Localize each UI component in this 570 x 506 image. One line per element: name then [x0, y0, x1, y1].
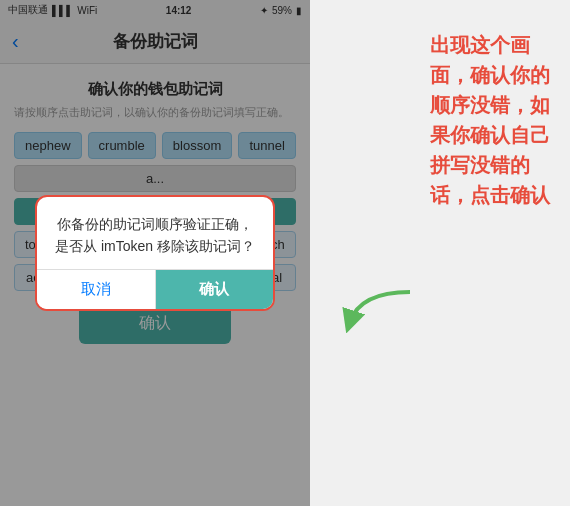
dialog-actions: 取消 确认: [37, 269, 273, 309]
annotation-panel: 出现这个画面，确认你的顺序没错，如果你确认自己拼写没错的话，点击确认: [310, 0, 570, 506]
dialog-body: 你备份的助记词顺序验证正确，是否从 imToken 移除该助记词？: [37, 197, 273, 270]
dialog-message: 你备份的助记词顺序验证正确，是否从 imToken 移除该助记词？: [53, 213, 257, 258]
dialog-confirm-button[interactable]: 确认: [156, 270, 274, 309]
arrow-icon: [340, 282, 420, 342]
phone-frame: 中国联通 ▌▌▌ WiFi 14:12 ✦ 59% ▮ ‹ 备份助记词 确认你的…: [0, 0, 310, 506]
dialog-cancel-button[interactable]: 取消: [37, 270, 156, 309]
annotation-text: 出现这个画面，确认你的顺序没错，如果你确认自己拼写没错的话，点击确认: [430, 30, 560, 210]
dialog-box: 你备份的助记词顺序验证正确，是否从 imToken 移除该助记词？ 取消 确认: [35, 195, 275, 312]
dialog-overlay: 你备份的助记词顺序验证正确，是否从 imToken 移除该助记词？ 取消 确认: [0, 0, 310, 506]
arrow-container: [340, 282, 420, 346]
